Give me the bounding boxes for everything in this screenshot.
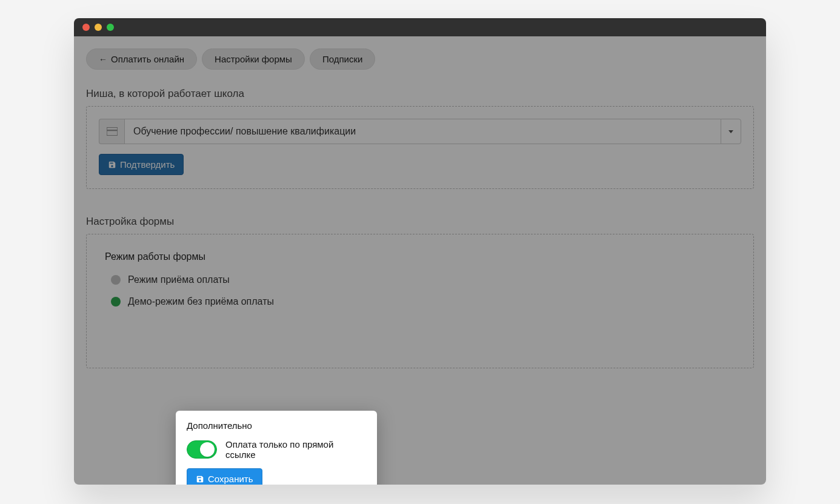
save-button-label: Сохранить: [208, 474, 253, 484]
tab-form-settings-label: Настройки формы: [215, 54, 292, 64]
tab-form-settings[interactable]: Настройки формы: [202, 48, 305, 70]
window-titlebar: [74, 18, 766, 36]
form-mode-heading: Режим работы формы: [105, 251, 735, 262]
direct-link-toggle-row: Оплата только по прямой ссылке: [187, 439, 366, 460]
radio-label: Демо-режим без приёма оплаты: [128, 296, 274, 307]
niche-selected-value: Обучение профессии/ повышение квалификац…: [124, 119, 721, 144]
direct-link-toggle[interactable]: [187, 440, 217, 459]
tab-subscriptions-label: Подписки: [322, 54, 363, 64]
niche-caret[interactable]: [721, 119, 741, 144]
save-icon: [108, 161, 116, 169]
save-icon: [196, 475, 204, 483]
form-mode-options: Режим приёма оплаты Демо-режим без приём…: [105, 274, 735, 307]
tab-pay-online[interactable]: ← Оплатить онлайн: [86, 48, 197, 70]
radio-indicator: [111, 275, 121, 285]
niche-select[interactable]: Обучение профессии/ повышение квалификац…: [99, 119, 741, 144]
radio-option-payment[interactable]: Режим приёма оплаты: [111, 274, 735, 285]
additional-card: Дополнительно Оплата только по прямой сс…: [176, 411, 377, 485]
additional-heading: Дополнительно: [187, 420, 366, 431]
radio-option-demo[interactable]: Демо-режим без приёма оплаты: [111, 296, 735, 307]
confirm-button[interactable]: Подтвердить: [99, 154, 184, 175]
niche-panel: Обучение профессии/ повышение квалификац…: [86, 106, 754, 189]
svg-rect-1: [107, 130, 118, 131]
save-button[interactable]: Сохранить: [187, 468, 262, 485]
form-settings-heading: Настройка формы: [86, 216, 754, 228]
tab-subscriptions[interactable]: Подписки: [310, 48, 376, 70]
chevron-down-icon: [728, 130, 733, 133]
toggle-knob: [200, 442, 215, 457]
card-icon: [99, 119, 124, 144]
radio-indicator-selected: [111, 297, 121, 307]
niche-heading: Ниша, в которой работает школа: [86, 88, 754, 100]
app-window: ← Оплатить онлайн Настройки формы Подпис…: [74, 18, 766, 485]
svg-rect-0: [107, 127, 118, 136]
window-close-dot[interactable]: [82, 24, 90, 31]
window-maximize-dot[interactable]: [107, 24, 114, 31]
direct-link-toggle-label: Оплата только по прямой ссылке: [225, 439, 366, 460]
window-minimize-dot[interactable]: [95, 24, 102, 31]
confirm-button-label: Подтвердить: [120, 159, 175, 170]
arrow-left-icon: ←: [99, 55, 107, 64]
form-settings-panel: Режим работы формы Режим приёма оплаты Д…: [86, 234, 754, 368]
radio-label: Режим приёма оплаты: [128, 274, 230, 285]
content-wrap: ← Оплатить онлайн Настройки формы Подпис…: [74, 36, 766, 485]
tab-pay-online-label: Оплатить онлайн: [111, 54, 184, 64]
tab-row: ← Оплатить онлайн Настройки формы Подпис…: [86, 48, 754, 70]
